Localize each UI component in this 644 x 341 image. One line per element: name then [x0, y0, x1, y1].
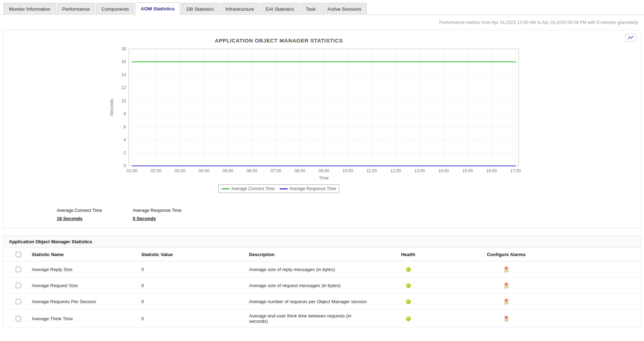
line-chart-icon	[627, 35, 634, 40]
stats-table-panel: Application Object Manager Statistics St…	[3, 235, 641, 328]
configure-alarm-icon[interactable]	[504, 283, 509, 289]
chart-legend: Average Connect TimeAverage Response Tim…	[218, 184, 339, 193]
configure-alarm-icon[interactable]	[504, 266, 509, 273]
svg-text:09:00: 09:00	[318, 168, 329, 173]
summary-stat-value-link[interactable]: 0 Seconds	[133, 216, 156, 221]
legend-label: Average Response Time	[289, 186, 336, 191]
stats-table-title: Application Object Manager Statistics	[3, 236, 641, 248]
svg-text:01:00: 01:00	[127, 168, 137, 173]
select-all-checkbox[interactable]	[16, 252, 21, 257]
svg-text:12:00: 12:00	[390, 168, 401, 173]
tab-components[interactable]: Components	[96, 3, 135, 15]
statistic-name: Average Request Size	[32, 279, 141, 292]
tab-active-sessions[interactable]: Active Sessions	[322, 3, 367, 15]
tab-infrastructure[interactable]: Infrastructure	[220, 3, 259, 15]
statistic-name: Average Reply Size	[32, 263, 141, 276]
metrics-range-text: Performance metrics from Apr 24,2023 12:…	[0, 15, 644, 29]
svg-text:13:00: 13:00	[414, 168, 425, 173]
statistic-description: Average number of requests per Object Ma…	[249, 295, 371, 308]
legend-line-swatch	[280, 188, 288, 189]
legend-label: Average Connect Time	[231, 186, 275, 191]
tab-performance[interactable]: Performance	[57, 3, 95, 15]
col-statistic-value: Statistic Value	[141, 248, 249, 261]
col-configure-alarms: Configure Alarms	[449, 248, 567, 261]
row-checkbox[interactable]	[16, 316, 21, 321]
row-checkbox-cell	[3, 279, 32, 292]
svg-text:05:00: 05:00	[223, 168, 233, 173]
svg-text:17:00: 17:00	[510, 168, 521, 173]
svg-text:06:00: 06:00	[247, 168, 257, 173]
health-ok-icon	[406, 267, 411, 272]
tab-monitor-information[interactable]: Monitor Information	[4, 3, 56, 15]
legend-item: Average Connect Time	[222, 186, 275, 191]
tab-eai-statistics[interactable]: EAI Statistics	[260, 3, 300, 15]
svg-text:08:00: 08:00	[294, 168, 305, 173]
row-checkbox[interactable]	[16, 283, 21, 288]
row-checkbox[interactable]	[16, 299, 21, 304]
chart-settings-button[interactable]	[625, 34, 637, 42]
tab-aom-statistics[interactable]: AOM Statistics	[135, 2, 180, 15]
svg-text:16:00: 16:00	[486, 168, 497, 173]
svg-text:14:00: 14:00	[438, 168, 449, 173]
configure-alarm-cell	[449, 295, 567, 308]
select-all-cell	[3, 248, 32, 261]
statistic-description: Average size of reply messages (in bytes…	[249, 263, 371, 276]
health-cell	[371, 280, 449, 291]
svg-text:12: 12	[121, 85, 126, 90]
legend-item: Average Response Time	[280, 186, 336, 191]
summary-stat: Average Connect Time16 Seconds	[57, 208, 133, 222]
configure-alarm-icon[interactable]	[504, 316, 509, 322]
tab-db-statistics[interactable]: DB Statistics	[181, 3, 219, 15]
statistic-value: 0	[141, 279, 249, 292]
svg-text:2: 2	[123, 151, 126, 156]
svg-text:02:00: 02:00	[151, 168, 161, 173]
svg-text:8: 8	[123, 111, 126, 116]
col-statistic-name: Statistic Name	[32, 248, 141, 261]
configure-alarm-icon[interactable]	[504, 299, 509, 305]
legend-line-swatch	[222, 188, 229, 189]
svg-text:6: 6	[123, 124, 126, 129]
svg-text:03:00: 03:00	[174, 168, 185, 173]
health-ok-icon	[406, 299, 411, 304]
svg-text:Time: Time	[319, 175, 329, 180]
statistic-description: Average size of request messages (in byt…	[249, 279, 371, 292]
svg-text:0: 0	[123, 163, 126, 168]
configure-alarm-cell	[449, 263, 567, 276]
svg-text:07:00: 07:00	[270, 168, 281, 173]
svg-text:18: 18	[121, 46, 126, 51]
aom-statistics-chart: 02468101214161801:0002:0003:0004:0005:00…	[3, 46, 554, 181]
statistic-value: 0	[141, 263, 249, 276]
chart-summary-row: Average Connect Time16 SecondsAverage Re…	[3, 208, 641, 222]
configure-alarm-cell	[449, 312, 567, 325]
summary-stat-label: Average Response Time	[133, 208, 209, 213]
statistic-value: 0	[141, 295, 249, 308]
statistic-name: Average Think Time	[32, 312, 141, 325]
table-row: Average Reply Size0Average size of reply…	[3, 261, 641, 278]
health-cell	[371, 296, 449, 307]
col-health: Health	[371, 248, 449, 261]
svg-text:Seconds: Seconds	[109, 99, 114, 116]
stats-table-body: Average Reply Size0Average size of reply…	[3, 261, 641, 328]
svg-text:15:00: 15:00	[462, 168, 473, 173]
row-checkbox[interactable]	[16, 267, 21, 272]
tab-task[interactable]: Task	[300, 3, 321, 15]
svg-text:11:00: 11:00	[366, 168, 377, 173]
health-cell	[371, 264, 449, 275]
statistic-value: 0	[141, 312, 249, 325]
summary-stat-value-link[interactable]: 16 Seconds	[57, 216, 82, 221]
health-cell	[371, 313, 449, 325]
svg-text:10:00: 10:00	[343, 168, 353, 173]
svg-text:14: 14	[121, 72, 126, 77]
summary-stat: Average Response Time0 Seconds	[133, 208, 209, 222]
stats-table-header: Statistic Name Statistic Value Descripti…	[3, 248, 641, 261]
tab-bar: Monitor InformationPerformanceComponents…	[0, 0, 644, 15]
statistic-name: Average Requests Per Session	[32, 295, 141, 308]
col-description: Description	[249, 248, 371, 261]
chart-title: APPLICATION OBJECT MANAGER STATISTICS	[3, 35, 554, 46]
table-row: Average Request Size0Average size of req…	[3, 278, 641, 294]
health-ok-icon	[406, 316, 411, 321]
row-checkbox-cell	[3, 295, 32, 308]
row-checkbox-cell	[3, 312, 32, 325]
chart-widget: APPLICATION OBJECT MANAGER STATISTICS 02…	[3, 35, 554, 193]
table-row: Average Think Time0Average end-user thin…	[3, 310, 641, 328]
